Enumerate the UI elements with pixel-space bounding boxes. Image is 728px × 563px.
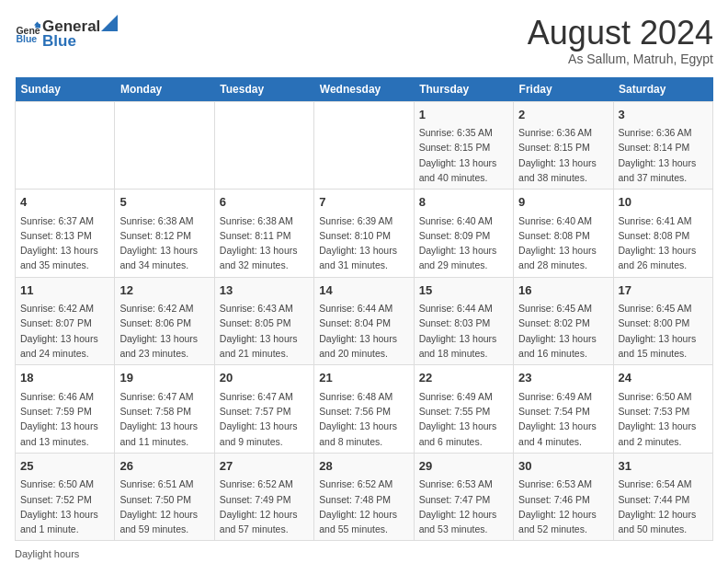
day-number: 18 (20, 369, 109, 387)
week-row-4: 18Sunrise: 6:46 AM Sunset: 7:59 PM Dayli… (16, 365, 713, 454)
day-info: Sunrise: 6:54 AM Sunset: 7:44 PM Dayligh… (619, 477, 708, 536)
header: General Blue General Blue August 2024 As… (15, 15, 713, 66)
day-number: 14 (319, 282, 408, 300)
day-number: 10 (619, 193, 708, 212)
logo: General Blue General Blue (15, 15, 119, 51)
svg-marker-3 (35, 24, 40, 28)
day-info: Sunrise: 6:53 AM Sunset: 7:46 PM Dayligh… (518, 477, 608, 536)
day-info: Sunrise: 6:36 AM Sunset: 8:14 PM Dayligh… (619, 125, 708, 185)
day-number: 17 (619, 282, 708, 300)
day-number: 27 (220, 457, 309, 476)
header-day-saturday: Saturday (613, 77, 712, 102)
day-info: Sunrise: 6:38 AM Sunset: 8:12 PM Dayligh… (119, 213, 209, 273)
logo-icon: General Blue (15, 20, 40, 46)
header-day-monday: Monday (115, 77, 214, 102)
day-cell: 5Sunrise: 6:38 AM Sunset: 8:12 PM Daylig… (115, 190, 214, 278)
day-info: Sunrise: 6:41 AM Sunset: 8:08 PM Dayligh… (619, 213, 708, 273)
day-info: Sunrise: 6:43 AM Sunset: 8:05 PM Dayligh… (220, 301, 309, 361)
header-day-friday: Friday (514, 77, 613, 102)
day-info: Sunrise: 6:42 AM Sunset: 8:07 PM Dayligh… (20, 301, 109, 361)
day-number: 11 (20, 282, 109, 300)
day-cell: 26Sunrise: 6:51 AM Sunset: 7:50 PM Dayli… (115, 453, 214, 541)
svg-text:Blue: Blue (16, 32, 37, 43)
day-number: 23 (518, 369, 608, 387)
day-info: Sunrise: 6:47 AM Sunset: 7:58 PM Dayligh… (119, 389, 209, 449)
logo-triangle (101, 15, 118, 31)
day-number: 3 (619, 106, 708, 124)
day-info: Sunrise: 6:50 AM Sunset: 7:53 PM Dayligh… (619, 389, 708, 449)
day-number: 6 (220, 193, 309, 212)
main-title: August 2024 (528, 15, 713, 52)
day-cell (314, 101, 414, 190)
day-cell: 28Sunrise: 6:52 AM Sunset: 7:48 PM Dayli… (314, 453, 414, 541)
day-info: Sunrise: 6:44 AM Sunset: 8:03 PM Dayligh… (419, 301, 508, 361)
day-cell: 18Sunrise: 6:46 AM Sunset: 7:59 PM Dayli… (16, 365, 115, 454)
day-cell: 4Sunrise: 6:37 AM Sunset: 8:13 PM Daylig… (16, 190, 115, 278)
day-info: Sunrise: 6:35 AM Sunset: 8:15 PM Dayligh… (419, 125, 508, 185)
title-area: August 2024 As Sallum, Matruh, Egypt (528, 15, 713, 66)
day-cell: 16Sunrise: 6:45 AM Sunset: 8:02 PM Dayli… (514, 277, 613, 365)
day-info: Sunrise: 6:40 AM Sunset: 8:09 PM Dayligh… (419, 213, 508, 273)
day-number: 5 (119, 193, 209, 212)
header-day-tuesday: Tuesday (214, 77, 313, 102)
day-cell: 13Sunrise: 6:43 AM Sunset: 8:05 PM Dayli… (214, 277, 313, 365)
day-info: Sunrise: 6:45 AM Sunset: 8:00 PM Dayligh… (619, 301, 708, 361)
day-cell: 25Sunrise: 6:50 AM Sunset: 7:52 PM Dayli… (16, 453, 115, 541)
day-number: 12 (119, 282, 209, 300)
day-info: Sunrise: 6:42 AM Sunset: 8:06 PM Dayligh… (119, 301, 209, 361)
header-day-thursday: Thursday (414, 77, 513, 102)
day-cell: 12Sunrise: 6:42 AM Sunset: 8:06 PM Dayli… (115, 277, 214, 365)
day-cell: 9Sunrise: 6:40 AM Sunset: 8:08 PM Daylig… (514, 190, 613, 278)
day-info: Sunrise: 6:49 AM Sunset: 7:54 PM Dayligh… (518, 389, 608, 449)
day-cell: 14Sunrise: 6:44 AM Sunset: 8:04 PM Dayli… (314, 277, 414, 365)
day-number: 30 (518, 457, 608, 476)
day-number: 22 (419, 369, 508, 387)
day-info: Sunrise: 6:50 AM Sunset: 7:52 PM Dayligh… (20, 477, 109, 536)
day-info: Sunrise: 6:47 AM Sunset: 7:57 PM Dayligh… (220, 389, 309, 449)
week-row-2: 4Sunrise: 6:37 AM Sunset: 8:13 PM Daylig… (16, 190, 713, 278)
day-cell: 19Sunrise: 6:47 AM Sunset: 7:58 PM Dayli… (115, 365, 214, 454)
day-number: 1 (419, 106, 508, 124)
day-cell: 6Sunrise: 6:38 AM Sunset: 8:11 PM Daylig… (214, 190, 313, 278)
day-number: 9 (518, 193, 608, 212)
day-info: Sunrise: 6:52 AM Sunset: 7:49 PM Dayligh… (220, 477, 309, 536)
day-cell (115, 101, 214, 190)
day-cell: 30Sunrise: 6:53 AM Sunset: 7:46 PM Dayli… (514, 453, 613, 541)
calendar-header-row: SundayMondayTuesdayWednesdayThursdayFrid… (16, 77, 713, 102)
day-info: Sunrise: 6:51 AM Sunset: 7:50 PM Dayligh… (119, 477, 209, 536)
day-info: Sunrise: 6:48 AM Sunset: 7:56 PM Dayligh… (319, 389, 408, 449)
calendar-table: SundayMondayTuesdayWednesdayThursdayFrid… (15, 77, 713, 542)
day-cell: 29Sunrise: 6:53 AM Sunset: 7:47 PM Dayli… (414, 453, 513, 541)
day-cell: 10Sunrise: 6:41 AM Sunset: 8:08 PM Dayli… (613, 190, 712, 278)
day-cell: 23Sunrise: 6:49 AM Sunset: 7:54 PM Dayli… (514, 365, 613, 454)
day-number: 19 (119, 369, 209, 387)
daylight-label: Daylight hours (15, 548, 79, 559)
day-cell: 20Sunrise: 6:47 AM Sunset: 7:57 PM Dayli… (214, 365, 313, 454)
day-info: Sunrise: 6:38 AM Sunset: 8:11 PM Dayligh… (220, 213, 309, 273)
day-info: Sunrise: 6:37 AM Sunset: 8:13 PM Dayligh… (20, 213, 109, 273)
day-cell: 22Sunrise: 6:49 AM Sunset: 7:55 PM Dayli… (414, 365, 513, 454)
day-cell: 21Sunrise: 6:48 AM Sunset: 7:56 PM Dayli… (314, 365, 414, 454)
day-cell: 8Sunrise: 6:40 AM Sunset: 8:09 PM Daylig… (414, 190, 513, 278)
day-info: Sunrise: 6:44 AM Sunset: 8:04 PM Dayligh… (319, 301, 408, 361)
week-row-3: 11Sunrise: 6:42 AM Sunset: 8:07 PM Dayli… (16, 277, 713, 365)
day-cell: 24Sunrise: 6:50 AM Sunset: 7:53 PM Dayli… (613, 365, 712, 454)
day-number: 7 (319, 193, 408, 212)
day-number: 25 (20, 457, 109, 476)
day-number: 29 (419, 457, 508, 476)
header-day-wednesday: Wednesday (314, 77, 414, 102)
day-number: 24 (619, 369, 708, 387)
day-number: 20 (220, 369, 309, 387)
day-cell (16, 101, 115, 190)
day-number: 21 (319, 369, 408, 387)
week-row-5: 25Sunrise: 6:50 AM Sunset: 7:52 PM Dayli… (16, 453, 713, 541)
day-cell: 31Sunrise: 6:54 AM Sunset: 7:44 PM Dayli… (613, 453, 712, 541)
day-cell: 17Sunrise: 6:45 AM Sunset: 8:00 PM Dayli… (613, 277, 712, 365)
day-number: 13 (220, 282, 309, 300)
day-number: 4 (20, 193, 109, 212)
day-cell: 15Sunrise: 6:44 AM Sunset: 8:03 PM Dayli… (414, 277, 513, 365)
day-number: 16 (518, 282, 608, 300)
day-cell: 27Sunrise: 6:52 AM Sunset: 7:49 PM Dayli… (214, 453, 313, 541)
day-number: 26 (119, 457, 209, 476)
day-info: Sunrise: 6:36 AM Sunset: 8:15 PM Dayligh… (518, 125, 608, 185)
